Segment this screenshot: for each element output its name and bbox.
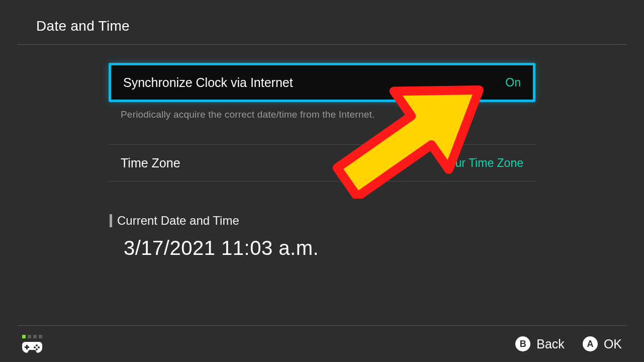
back-label: Back [536, 337, 565, 351]
timezone-label: Time Zone [121, 156, 180, 170]
ok-label: OK [604, 337, 622, 351]
a-button-icon: A [583, 336, 598, 351]
b-button-icon: B [515, 336, 530, 351]
settings-panel: Synchronize Clock via Internet On Period… [109, 63, 535, 259]
footer-bar: B Back A OK [0, 326, 644, 362]
svg-rect-1 [25, 346, 29, 348]
section-bar-icon [110, 214, 112, 227]
sync-clock-value: On [505, 76, 521, 89]
timezone-value: Your Time Zone [442, 156, 523, 170]
timezone-row[interactable]: Time Zone Your Time Zone [109, 145, 535, 181]
svg-point-5 [34, 346, 36, 348]
sync-clock-label: Synchronize Clock via Internet [123, 75, 293, 90]
sync-clock-description: Periodically acquire the correct date/ti… [109, 103, 535, 120]
sync-clock-row[interactable]: Synchronize Clock via Internet On [109, 63, 535, 103]
current-datetime-title: Current Date and Time [117, 214, 239, 228]
current-datetime-header: Current Date and Time [109, 214, 535, 228]
ok-hint[interactable]: A OK [583, 336, 622, 351]
svg-point-3 [38, 346, 40, 348]
header: Date and Time [0, 0, 644, 34]
current-datetime-value: 3/17/2021 11:03 a.m. [109, 237, 535, 259]
svg-point-2 [36, 344, 38, 346]
page-title: Date and Time [36, 18, 644, 34]
back-hint[interactable]: B Back [515, 336, 565, 351]
svg-point-4 [36, 348, 38, 350]
controller-indicator [22, 335, 42, 353]
header-divider [17, 44, 627, 45]
player-dots-icon [22, 335, 42, 338]
controller-icon [22, 340, 42, 353]
